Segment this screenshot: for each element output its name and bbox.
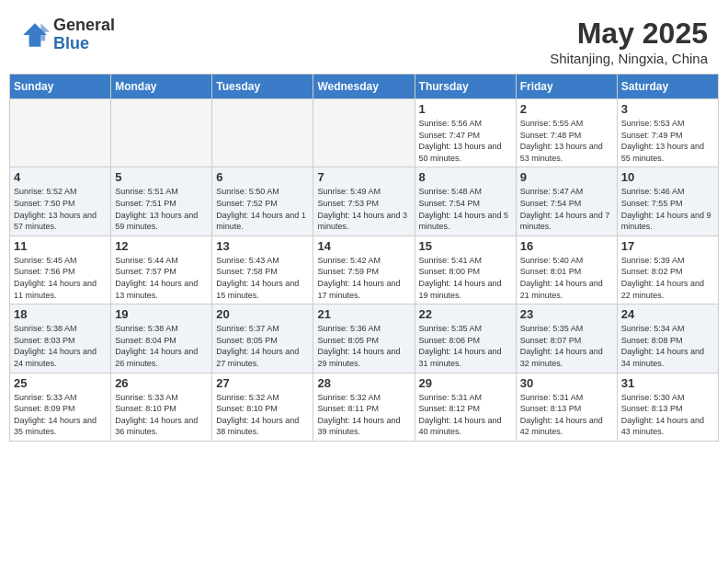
- calendar-day: 21Sunrise: 5:36 AMSunset: 8:05 PMDayligh…: [313, 304, 415, 373]
- day-number: 30: [520, 376, 613, 390]
- day-info: Sunrise: 5:33 AMSunset: 8:09 PMDaylight:…: [14, 392, 107, 438]
- calendar-day: 30Sunrise: 5:31 AMSunset: 8:13 PMDayligh…: [516, 373, 617, 441]
- day-number: 19: [115, 307, 208, 321]
- day-number: 9: [520, 170, 613, 184]
- day-number: 26: [115, 376, 208, 390]
- day-number: 18: [14, 307, 107, 321]
- calendar-day: 28Sunrise: 5:32 AMSunset: 8:11 PMDayligh…: [313, 373, 415, 441]
- calendar-week-4: 18Sunrise: 5:38 AMSunset: 8:03 PMDayligh…: [10, 304, 719, 373]
- calendar-day: 24Sunrise: 5:34 AMSunset: 8:08 PMDayligh…: [617, 304, 718, 373]
- calendar-day: 18Sunrise: 5:38 AMSunset: 8:03 PMDayligh…: [10, 304, 111, 373]
- calendar-day: 2Sunrise: 5:55 AMSunset: 7:48 PMDaylight…: [516, 99, 617, 167]
- calendar-day: 23Sunrise: 5:35 AMSunset: 8:07 PMDayligh…: [516, 304, 617, 373]
- day-header-sunday: Sunday: [10, 75, 111, 99]
- day-info: Sunrise: 5:44 AMSunset: 7:57 PMDaylight:…: [115, 255, 208, 301]
- calendar-day: 8Sunrise: 5:48 AMSunset: 7:54 PMDaylight…: [415, 167, 516, 236]
- page-header: General Blue May 2025 Shitanjing, Ningxi…: [9, 9, 719, 70]
- calendar-day: 3Sunrise: 5:53 AMSunset: 7:49 PMDaylight…: [617, 99, 718, 167]
- day-info: Sunrise: 5:38 AMSunset: 8:03 PMDaylight:…: [14, 323, 107, 369]
- day-header-thursday: Thursday: [415, 75, 516, 99]
- day-info: Sunrise: 5:46 AMSunset: 7:55 PMDaylight:…: [621, 186, 714, 232]
- calendar-day: 20Sunrise: 5:37 AMSunset: 8:05 PMDayligh…: [212, 304, 313, 373]
- calendar-day: 22Sunrise: 5:35 AMSunset: 8:06 PMDayligh…: [415, 304, 516, 373]
- day-number: 11: [14, 239, 107, 253]
- calendar-day: 29Sunrise: 5:31 AMSunset: 8:12 PMDayligh…: [415, 373, 516, 441]
- calendar-day: 7Sunrise: 5:49 AMSunset: 7:53 PMDaylight…: [313, 167, 415, 236]
- day-number: 13: [216, 239, 309, 253]
- logo-icon: [20, 20, 50, 50]
- day-number: 4: [14, 170, 107, 184]
- calendar-day: [111, 99, 212, 167]
- calendar-day: 10Sunrise: 5:46 AMSunset: 7:55 PMDayligh…: [617, 167, 718, 236]
- day-info: Sunrise: 5:56 AMSunset: 7:47 PMDaylight:…: [419, 118, 512, 164]
- day-info: Sunrise: 5:30 AMSunset: 8:13 PMDaylight:…: [621, 392, 714, 438]
- day-info: Sunrise: 5:36 AMSunset: 8:05 PMDaylight:…: [317, 323, 410, 369]
- calendar-day: 15Sunrise: 5:41 AMSunset: 8:00 PMDayligh…: [415, 236, 516, 304]
- day-info: Sunrise: 5:32 AMSunset: 8:11 PMDaylight:…: [317, 392, 410, 438]
- day-number: 6: [216, 170, 309, 184]
- day-info: Sunrise: 5:53 AMSunset: 7:49 PMDaylight:…: [621, 118, 714, 164]
- day-header-saturday: Saturday: [617, 75, 718, 99]
- main-title: May 2025: [550, 17, 708, 51]
- calendar-day: [313, 99, 415, 167]
- day-number: 10: [621, 170, 714, 184]
- day-info: Sunrise: 5:37 AMSunset: 8:05 PMDaylight:…: [216, 323, 309, 369]
- day-number: 16: [520, 239, 613, 253]
- day-header-friday: Friday: [516, 75, 617, 99]
- day-info: Sunrise: 5:32 AMSunset: 8:10 PMDaylight:…: [216, 392, 309, 438]
- calendar-day: 1Sunrise: 5:56 AMSunset: 7:47 PMDaylight…: [415, 99, 516, 167]
- day-info: Sunrise: 5:49 AMSunset: 7:53 PMDaylight:…: [317, 186, 410, 232]
- day-info: Sunrise: 5:33 AMSunset: 8:10 PMDaylight:…: [115, 392, 208, 438]
- calendar-day: 6Sunrise: 5:50 AMSunset: 7:52 PMDaylight…: [212, 167, 313, 236]
- day-info: Sunrise: 5:52 AMSunset: 7:50 PMDaylight:…: [14, 186, 107, 232]
- day-info: Sunrise: 5:42 AMSunset: 7:59 PMDaylight:…: [317, 255, 410, 301]
- day-number: 3: [621, 102, 714, 116]
- day-header-tuesday: Tuesday: [212, 75, 313, 99]
- day-info: Sunrise: 5:40 AMSunset: 8:01 PMDaylight:…: [520, 255, 613, 301]
- day-number: 22: [419, 307, 512, 321]
- day-info: Sunrise: 5:55 AMSunset: 7:48 PMDaylight:…: [520, 118, 613, 164]
- calendar-day: [10, 99, 111, 167]
- calendar-header-row: SundayMondayTuesdayWednesdayThursdayFrid…: [10, 75, 719, 99]
- calendar-week-2: 4Sunrise: 5:52 AMSunset: 7:50 PMDaylight…: [10, 167, 719, 236]
- logo-blue-text: Blue: [53, 35, 115, 53]
- calendar-day: 4Sunrise: 5:52 AMSunset: 7:50 PMDaylight…: [10, 167, 111, 236]
- day-info: Sunrise: 5:38 AMSunset: 8:04 PMDaylight:…: [115, 323, 208, 369]
- day-info: Sunrise: 5:50 AMSunset: 7:52 PMDaylight:…: [216, 186, 309, 232]
- day-number: 2: [520, 102, 613, 116]
- title-block: May 2025 Shitanjing, Ningxia, China: [550, 17, 708, 66]
- calendar-day: 25Sunrise: 5:33 AMSunset: 8:09 PMDayligh…: [10, 373, 111, 441]
- calendar-day: 13Sunrise: 5:43 AMSunset: 7:58 PMDayligh…: [212, 236, 313, 304]
- logo-text: General Blue: [53, 17, 115, 53]
- calendar-day: 16Sunrise: 5:40 AMSunset: 8:01 PMDayligh…: [516, 236, 617, 304]
- calendar-day: 26Sunrise: 5:33 AMSunset: 8:10 PMDayligh…: [111, 373, 212, 441]
- calendar-week-5: 25Sunrise: 5:33 AMSunset: 8:09 PMDayligh…: [10, 373, 719, 441]
- day-number: 27: [216, 376, 309, 390]
- calendar-day: 19Sunrise: 5:38 AMSunset: 8:04 PMDayligh…: [111, 304, 212, 373]
- day-info: Sunrise: 5:35 AMSunset: 8:07 PMDaylight:…: [520, 323, 613, 369]
- calendar-week-1: 1Sunrise: 5:56 AMSunset: 7:47 PMDaylight…: [10, 99, 719, 167]
- day-number: 31: [621, 376, 714, 390]
- logo: General Blue: [20, 17, 115, 53]
- calendar-day: 31Sunrise: 5:30 AMSunset: 8:13 PMDayligh…: [617, 373, 718, 441]
- day-info: Sunrise: 5:34 AMSunset: 8:08 PMDaylight:…: [621, 323, 714, 369]
- day-number: 17: [621, 239, 714, 253]
- calendar-day: 12Sunrise: 5:44 AMSunset: 7:57 PMDayligh…: [111, 236, 212, 304]
- calendar-day: 9Sunrise: 5:47 AMSunset: 7:54 PMDaylight…: [516, 167, 617, 236]
- day-info: Sunrise: 5:31 AMSunset: 8:12 PMDaylight:…: [419, 392, 512, 438]
- day-number: 28: [317, 376, 410, 390]
- calendar-day: 27Sunrise: 5:32 AMSunset: 8:10 PMDayligh…: [212, 373, 313, 441]
- logo-general-text: General: [53, 17, 115, 35]
- day-number: 20: [216, 307, 309, 321]
- day-info: Sunrise: 5:35 AMSunset: 8:06 PMDaylight:…: [419, 323, 512, 369]
- day-info: Sunrise: 5:43 AMSunset: 7:58 PMDaylight:…: [216, 255, 309, 301]
- day-number: 12: [115, 239, 208, 253]
- day-number: 25: [14, 376, 107, 390]
- calendar-table: SundayMondayTuesdayWednesdayThursdayFrid…: [9, 74, 719, 442]
- day-number: 21: [317, 307, 410, 321]
- calendar-day: 5Sunrise: 5:51 AMSunset: 7:51 PMDaylight…: [111, 167, 212, 236]
- day-header-monday: Monday: [111, 75, 212, 99]
- day-info: Sunrise: 5:39 AMSunset: 8:02 PMDaylight:…: [621, 255, 714, 301]
- calendar-day: 11Sunrise: 5:45 AMSunset: 7:56 PMDayligh…: [10, 236, 111, 304]
- day-number: 8: [419, 170, 512, 184]
